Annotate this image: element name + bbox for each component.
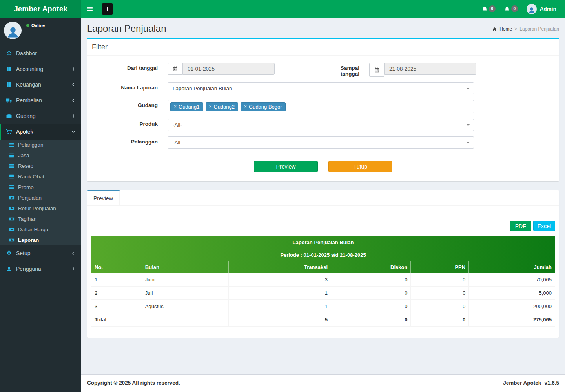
book-icon bbox=[6, 66, 12, 72]
chevron-left-icon bbox=[71, 67, 76, 71]
page-footer: Copyright © 2025 All rights reserved. Je… bbox=[81, 374, 565, 392]
cell-ppn: 0 bbox=[411, 273, 469, 287]
preview-box: Preview PDF Excel Laporan Penjualan Bula… bbox=[87, 190, 559, 338]
quick-add-button[interactable]: + bbox=[102, 3, 113, 15]
sidebar-item-label: Gudang bbox=[16, 113, 36, 119]
column-header: Transaksi bbox=[228, 261, 331, 273]
to-date-input[interactable] bbox=[384, 63, 476, 75]
sidebar-item-gudang[interactable]: Gudang bbox=[0, 108, 81, 124]
remove-tag-icon[interactable]: × bbox=[209, 104, 212, 109]
sidebar-item-label: Setup bbox=[16, 250, 31, 256]
customer-label: Pelanggan bbox=[93, 136, 168, 145]
footer-version: Jember Apotek -v1.6.5 bbox=[503, 380, 559, 387]
sidebar-menu: Dashbor Accounting Keuangan Pembelian Gu… bbox=[0, 45, 81, 140]
sidebar-item-pembelian[interactable]: Pembelian bbox=[0, 93, 81, 108]
sidebar-item-pelanggan[interactable]: Pelanggan bbox=[0, 140, 81, 150]
sidebar-item-dashbor[interactable]: Dashbor bbox=[0, 45, 81, 61]
user-avatar-icon bbox=[4, 22, 22, 39]
money-icon bbox=[9, 227, 15, 232]
user-avatar-icon bbox=[527, 4, 537, 14]
cell-ppn: 0 bbox=[411, 300, 469, 313]
sidebar-item-daftar-harga[interactable]: Daftar Harga bbox=[0, 224, 81, 235]
customer-value: -All- bbox=[173, 140, 182, 145]
report-table: Laporan Penjualan Bulan Periode : 01-01-… bbox=[91, 236, 555, 327]
sidebar-item-accounting[interactable]: Accounting bbox=[0, 61, 81, 77]
preview-button[interactable]: Preview bbox=[254, 161, 318, 172]
sidebar-item-laporan[interactable]: Laporan bbox=[0, 235, 81, 245]
sidebar-item-jasa[interactable]: Jasa bbox=[0, 150, 81, 161]
sidebar-item-promo[interactable]: Promo bbox=[0, 182, 81, 192]
warehouse-tag-label: Gudang Bogor bbox=[249, 104, 282, 110]
cell-ppn: 0 bbox=[411, 287, 469, 300]
online-status-icon bbox=[26, 24, 29, 27]
report-header-row: No. Bulan Transaksi Diskon PPN Jumlah bbox=[91, 261, 555, 273]
sidebar-item-keuangan[interactable]: Keuangan bbox=[0, 77, 81, 93]
user-menu[interactable]: Admin - bbox=[527, 4, 560, 14]
calendar-icon bbox=[168, 63, 182, 75]
cell-no: 1 bbox=[91, 273, 142, 287]
to-date-group bbox=[369, 63, 476, 77]
sidebar-item-racik-obat[interactable]: Racik Obat bbox=[0, 171, 81, 182]
notifications-menu[interactable]: 0 bbox=[482, 5, 496, 12]
date-range-row: Dari tanggal Sampai tanggal bbox=[93, 63, 553, 77]
chevron-left-icon bbox=[71, 82, 76, 87]
cell-diskon: 0 bbox=[331, 273, 411, 287]
close-button[interactable]: Tutup bbox=[328, 161, 392, 172]
chevron-left-icon bbox=[71, 267, 76, 271]
cell-bulan: Juni bbox=[142, 273, 228, 287]
alerts-menu[interactable]: 0 bbox=[504, 5, 518, 12]
from-date-input[interactable] bbox=[182, 63, 275, 75]
filter-box: Filter Dari tanggal Sampai tanggal bbox=[87, 38, 559, 181]
cell-diskon: 0 bbox=[331, 287, 411, 300]
warehouse-row: Gudang × Gudang1 × Gudang2 × Gu bbox=[93, 100, 553, 113]
truck-icon bbox=[6, 97, 12, 103]
sidebar-item-penjualan[interactable]: Penjualan bbox=[0, 192, 81, 203]
sidebar-user-panel: Online bbox=[0, 18, 81, 43]
report-periode-row: Periode : 01-01-2025 s/d 21-08-2025 bbox=[91, 249, 555, 261]
excel-export-button[interactable]: Excel bbox=[533, 221, 555, 231]
home-icon bbox=[492, 27, 497, 32]
cart-icon bbox=[6, 129, 12, 135]
pdf-export-button[interactable]: PDF bbox=[510, 221, 531, 231]
customer-row: Pelanggan -All- bbox=[93, 136, 553, 149]
report-name-row: Nama Laporan Laporan Penjualan Bulan bbox=[93, 82, 553, 94]
breadcrumb-home-link[interactable]: Home bbox=[499, 26, 512, 32]
cell-jumlah: 200,000 bbox=[469, 300, 555, 313]
footer-copyright: Copyright © 2025 All rights reserved. bbox=[87, 380, 180, 387]
sidebar-item-label: Promo bbox=[18, 184, 34, 190]
tab-preview[interactable]: Preview bbox=[87, 190, 120, 205]
cell-no: 3 bbox=[91, 300, 142, 313]
product-value: -All- bbox=[173, 122, 182, 128]
customer-select[interactable]: -All- bbox=[168, 136, 474, 149]
cell-bulan: Agustus bbox=[142, 300, 228, 313]
sidebar-item-pengguna[interactable]: Pengguna bbox=[0, 261, 81, 277]
sidebar-item-setup[interactable]: Setup bbox=[0, 245, 81, 261]
from-date-label: Dari tanggal bbox=[93, 63, 168, 75]
warehouse-tag: × Gudang1 bbox=[170, 102, 203, 111]
sidebar-item-resep[interactable]: Resep bbox=[0, 161, 81, 171]
sidebar-item-tagihan[interactable]: Tagihan bbox=[0, 214, 81, 224]
alert-badge: 0 bbox=[511, 5, 518, 12]
sidebar-toggle-icon[interactable] bbox=[87, 0, 99, 18]
navbar-right: 0 0 Admin - bbox=[482, 4, 560, 14]
remove-tag-icon[interactable]: × bbox=[174, 104, 177, 109]
breadcrumb: Home > Laporan Penjualan bbox=[492, 26, 559, 32]
total-diskon: 0 bbox=[331, 313, 411, 327]
brand-logo[interactable]: Jember Apotek bbox=[0, 0, 81, 18]
sidebar-item-label: Daftar Harga bbox=[18, 227, 48, 232]
chevron-left-icon bbox=[71, 98, 76, 103]
cell-transaksi: 1 bbox=[228, 287, 331, 300]
report-name-select[interactable]: Laporan Penjualan Bulan bbox=[168, 82, 474, 94]
remove-tag-icon[interactable]: × bbox=[244, 104, 247, 109]
warehouse-tag: × Gudang Bogor bbox=[241, 102, 286, 111]
sidebar-item-retur-penjualan[interactable]: Retur Penjualan bbox=[0, 203, 81, 214]
sidebar: Online Dashbor Accounting Keuangan Pembe… bbox=[0, 18, 81, 392]
product-select[interactable]: -All- bbox=[168, 119, 474, 131]
total-jumlah: 275,065 bbox=[469, 313, 555, 327]
sidebar-item-apotek[interactable]: Apotek bbox=[0, 124, 81, 140]
money-icon bbox=[9, 205, 15, 211]
warehouse-multiselect[interactable]: × Gudang1 × Gudang2 × Gudang Bogor bbox=[168, 100, 474, 113]
warehouse-tag-label: Gudang2 bbox=[214, 104, 235, 110]
from-date-group bbox=[168, 63, 275, 75]
table-row: 3 Agustus 1 0 0 200,000 bbox=[91, 300, 555, 313]
